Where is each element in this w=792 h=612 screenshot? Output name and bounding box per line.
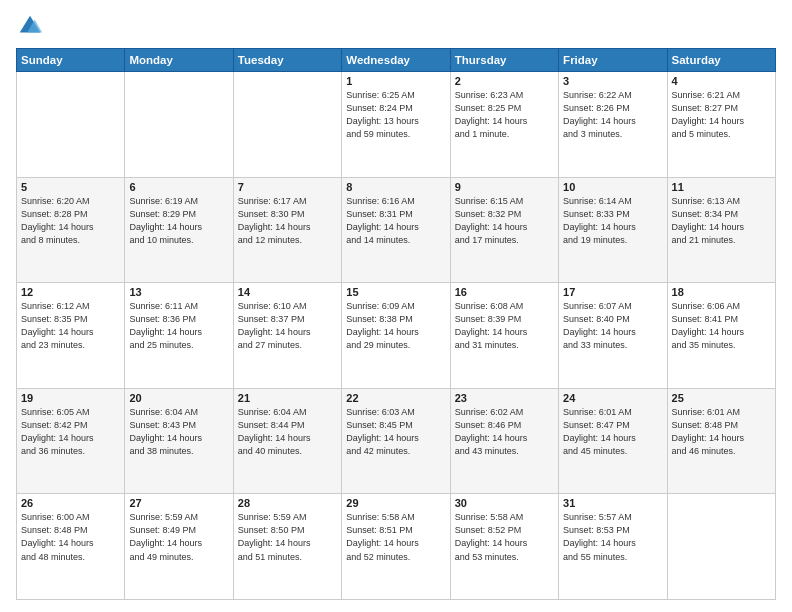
day-info: Sunrise: 6:25 AMSunset: 8:24 PMDaylight:… [346, 89, 445, 141]
day-header-saturday: Saturday [667, 49, 775, 72]
day-number: 11 [672, 181, 771, 193]
day-number: 7 [238, 181, 337, 193]
day-info: Sunrise: 6:15 AMSunset: 8:32 PMDaylight:… [455, 195, 554, 247]
day-number: 19 [21, 392, 120, 404]
logo [16, 12, 48, 40]
day-info: Sunrise: 5:57 AMSunset: 8:53 PMDaylight:… [563, 511, 662, 563]
day-info: Sunrise: 6:19 AMSunset: 8:29 PMDaylight:… [129, 195, 228, 247]
day-number: 31 [563, 497, 662, 509]
calendar-week-4: 19Sunrise: 6:05 AMSunset: 8:42 PMDayligh… [17, 388, 776, 494]
day-info: Sunrise: 6:01 AMSunset: 8:48 PMDaylight:… [672, 406, 771, 458]
day-info: Sunrise: 6:07 AMSunset: 8:40 PMDaylight:… [563, 300, 662, 352]
calendar-day-11: 11Sunrise: 6:13 AMSunset: 8:34 PMDayligh… [667, 177, 775, 283]
day-info: Sunrise: 6:20 AMSunset: 8:28 PMDaylight:… [21, 195, 120, 247]
day-number: 24 [563, 392, 662, 404]
day-number: 10 [563, 181, 662, 193]
calendar-empty-cell [233, 72, 341, 178]
calendar-day-12: 12Sunrise: 6:12 AMSunset: 8:35 PMDayligh… [17, 283, 125, 389]
day-number: 18 [672, 286, 771, 298]
day-number: 8 [346, 181, 445, 193]
logo-icon [16, 12, 44, 40]
calendar-day-3: 3Sunrise: 6:22 AMSunset: 8:26 PMDaylight… [559, 72, 667, 178]
day-info: Sunrise: 6:04 AMSunset: 8:44 PMDaylight:… [238, 406, 337, 458]
day-number: 20 [129, 392, 228, 404]
day-info: Sunrise: 6:08 AMSunset: 8:39 PMDaylight:… [455, 300, 554, 352]
day-number: 2 [455, 75, 554, 87]
day-number: 27 [129, 497, 228, 509]
calendar-day-31: 31Sunrise: 5:57 AMSunset: 8:53 PMDayligh… [559, 494, 667, 600]
calendar-day-4: 4Sunrise: 6:21 AMSunset: 8:27 PMDaylight… [667, 72, 775, 178]
calendar-week-1: 1Sunrise: 6:25 AMSunset: 8:24 PMDaylight… [17, 72, 776, 178]
day-info: Sunrise: 6:01 AMSunset: 8:47 PMDaylight:… [563, 406, 662, 458]
day-info: Sunrise: 5:58 AMSunset: 8:52 PMDaylight:… [455, 511, 554, 563]
day-header-thursday: Thursday [450, 49, 558, 72]
day-info: Sunrise: 5:59 AMSunset: 8:49 PMDaylight:… [129, 511, 228, 563]
page: SundayMondayTuesdayWednesdayThursdayFrid… [0, 0, 792, 612]
calendar-day-6: 6Sunrise: 6:19 AMSunset: 8:29 PMDaylight… [125, 177, 233, 283]
day-info: Sunrise: 6:05 AMSunset: 8:42 PMDaylight:… [21, 406, 120, 458]
day-info: Sunrise: 6:21 AMSunset: 8:27 PMDaylight:… [672, 89, 771, 141]
day-number: 3 [563, 75, 662, 87]
day-number: 28 [238, 497, 337, 509]
calendar-day-19: 19Sunrise: 6:05 AMSunset: 8:42 PMDayligh… [17, 388, 125, 494]
calendar-day-24: 24Sunrise: 6:01 AMSunset: 8:47 PMDayligh… [559, 388, 667, 494]
day-header-monday: Monday [125, 49, 233, 72]
calendar-day-7: 7Sunrise: 6:17 AMSunset: 8:30 PMDaylight… [233, 177, 341, 283]
day-number: 25 [672, 392, 771, 404]
calendar-day-10: 10Sunrise: 6:14 AMSunset: 8:33 PMDayligh… [559, 177, 667, 283]
day-header-wednesday: Wednesday [342, 49, 450, 72]
calendar-day-8: 8Sunrise: 6:16 AMSunset: 8:31 PMDaylight… [342, 177, 450, 283]
calendar-day-21: 21Sunrise: 6:04 AMSunset: 8:44 PMDayligh… [233, 388, 341, 494]
calendar-day-14: 14Sunrise: 6:10 AMSunset: 8:37 PMDayligh… [233, 283, 341, 389]
calendar-day-9: 9Sunrise: 6:15 AMSunset: 8:32 PMDaylight… [450, 177, 558, 283]
calendar-day-1: 1Sunrise: 6:25 AMSunset: 8:24 PMDaylight… [342, 72, 450, 178]
calendar-day-30: 30Sunrise: 5:58 AMSunset: 8:52 PMDayligh… [450, 494, 558, 600]
day-number: 21 [238, 392, 337, 404]
day-info: Sunrise: 6:23 AMSunset: 8:25 PMDaylight:… [455, 89, 554, 141]
header [16, 12, 776, 40]
calendar-table: SundayMondayTuesdayWednesdayThursdayFrid… [16, 48, 776, 600]
day-number: 4 [672, 75, 771, 87]
day-number: 29 [346, 497, 445, 509]
calendar-day-28: 28Sunrise: 5:59 AMSunset: 8:50 PMDayligh… [233, 494, 341, 600]
day-number: 9 [455, 181, 554, 193]
day-info: Sunrise: 6:12 AMSunset: 8:35 PMDaylight:… [21, 300, 120, 352]
calendar-day-27: 27Sunrise: 5:59 AMSunset: 8:49 PMDayligh… [125, 494, 233, 600]
day-header-tuesday: Tuesday [233, 49, 341, 72]
day-info: Sunrise: 6:00 AMSunset: 8:48 PMDaylight:… [21, 511, 120, 563]
calendar-day-26: 26Sunrise: 6:00 AMSunset: 8:48 PMDayligh… [17, 494, 125, 600]
day-header-friday: Friday [559, 49, 667, 72]
day-info: Sunrise: 6:03 AMSunset: 8:45 PMDaylight:… [346, 406, 445, 458]
day-number: 13 [129, 286, 228, 298]
calendar-empty-cell [125, 72, 233, 178]
day-number: 5 [21, 181, 120, 193]
calendar-day-13: 13Sunrise: 6:11 AMSunset: 8:36 PMDayligh… [125, 283, 233, 389]
calendar-day-29: 29Sunrise: 5:58 AMSunset: 8:51 PMDayligh… [342, 494, 450, 600]
calendar-day-22: 22Sunrise: 6:03 AMSunset: 8:45 PMDayligh… [342, 388, 450, 494]
day-number: 23 [455, 392, 554, 404]
day-number: 22 [346, 392, 445, 404]
calendar-empty-cell [17, 72, 125, 178]
day-number: 1 [346, 75, 445, 87]
day-info: Sunrise: 6:14 AMSunset: 8:33 PMDaylight:… [563, 195, 662, 247]
day-info: Sunrise: 5:58 AMSunset: 8:51 PMDaylight:… [346, 511, 445, 563]
day-info: Sunrise: 6:09 AMSunset: 8:38 PMDaylight:… [346, 300, 445, 352]
calendar-week-5: 26Sunrise: 6:00 AMSunset: 8:48 PMDayligh… [17, 494, 776, 600]
day-info: Sunrise: 6:06 AMSunset: 8:41 PMDaylight:… [672, 300, 771, 352]
day-number: 12 [21, 286, 120, 298]
day-info: Sunrise: 6:11 AMSunset: 8:36 PMDaylight:… [129, 300, 228, 352]
day-info: Sunrise: 6:22 AMSunset: 8:26 PMDaylight:… [563, 89, 662, 141]
day-info: Sunrise: 6:10 AMSunset: 8:37 PMDaylight:… [238, 300, 337, 352]
day-number: 14 [238, 286, 337, 298]
day-number: 30 [455, 497, 554, 509]
calendar-day-25: 25Sunrise: 6:01 AMSunset: 8:48 PMDayligh… [667, 388, 775, 494]
calendar-empty-cell [667, 494, 775, 600]
day-number: 15 [346, 286, 445, 298]
calendar-day-23: 23Sunrise: 6:02 AMSunset: 8:46 PMDayligh… [450, 388, 558, 494]
day-info: Sunrise: 6:17 AMSunset: 8:30 PMDaylight:… [238, 195, 337, 247]
calendar-day-20: 20Sunrise: 6:04 AMSunset: 8:43 PMDayligh… [125, 388, 233, 494]
day-info: Sunrise: 5:59 AMSunset: 8:50 PMDaylight:… [238, 511, 337, 563]
calendar-day-18: 18Sunrise: 6:06 AMSunset: 8:41 PMDayligh… [667, 283, 775, 389]
day-info: Sunrise: 6:02 AMSunset: 8:46 PMDaylight:… [455, 406, 554, 458]
day-number: 6 [129, 181, 228, 193]
